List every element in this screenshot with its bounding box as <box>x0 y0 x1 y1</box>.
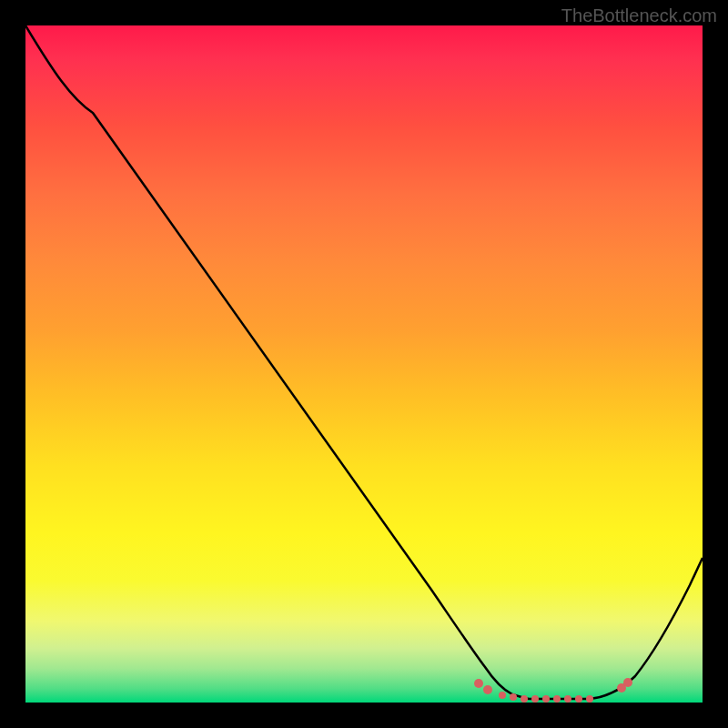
watermark-text: TheBottleneck.com <box>561 5 717 26</box>
svg-point-10 <box>586 695 593 703</box>
bottleneck-curve-line <box>25 25 703 699</box>
svg-point-6 <box>542 695 550 703</box>
svg-point-5 <box>531 695 539 703</box>
svg-point-12 <box>623 678 632 687</box>
chart-plot-area <box>25 25 703 703</box>
chart-svg <box>25 25 703 703</box>
svg-point-1 <box>483 685 492 694</box>
svg-point-3 <box>510 693 517 701</box>
svg-point-8 <box>564 695 571 703</box>
svg-point-4 <box>521 695 528 703</box>
svg-point-0 <box>474 679 483 688</box>
svg-point-9 <box>575 695 582 703</box>
svg-point-2 <box>499 692 506 699</box>
svg-point-7 <box>553 695 561 703</box>
